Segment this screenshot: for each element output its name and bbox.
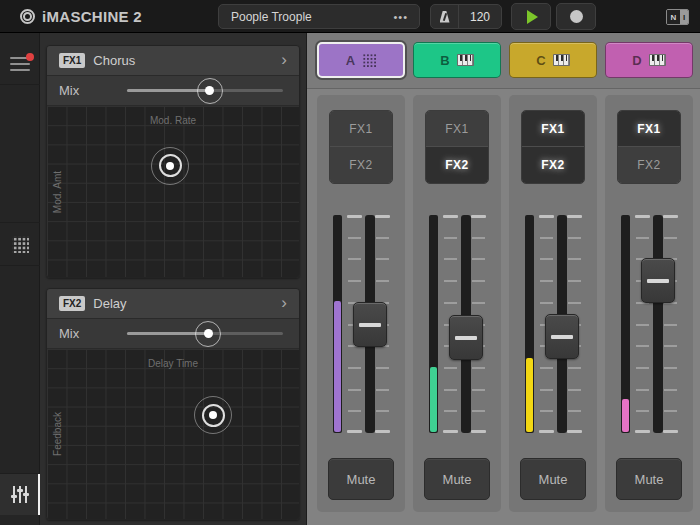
x-axis-label: Mod. Rate (47, 115, 299, 126)
fx2-mix-row: Mix (47, 319, 299, 349)
fx1-button-a[interactable]: FX1 (330, 111, 392, 147)
volume-fader-a[interactable] (353, 302, 387, 347)
group-button-d[interactable]: D (605, 42, 693, 78)
mixer-panel: ABCD FX1FX2MuteFX1FX2MuteFX1FX2MuteFX1FX… (306, 33, 700, 525)
native-instruments-logo: N I (666, 9, 689, 25)
meter-fill (430, 367, 437, 432)
keyboard-icon (553, 54, 570, 66)
slider-area (413, 215, 501, 433)
fx2-header[interactable]: FX2 Delay › (47, 289, 299, 319)
metronome-icon (440, 11, 450, 23)
mix-label: Mix (59, 83, 127, 98)
sidebar-pads-button[interactable] (0, 222, 40, 266)
fx2-section: FX2 Delay › Mix Delay Time Feedback (46, 288, 300, 520)
group-button-c[interactable]: C (509, 42, 597, 78)
record-button[interactable] (556, 3, 596, 30)
level-meter-a (333, 215, 342, 433)
channel-strip-b: FX1FX2Mute (413, 95, 501, 512)
fx1-mix-slider[interactable] (127, 89, 283, 92)
fx2-button-d[interactable]: FX2 (618, 147, 680, 183)
fader-track (653, 215, 663, 433)
hamburger-icon (10, 57, 30, 71)
fx1-mix-row: Mix (47, 76, 299, 106)
fx1-xy-pad[interactable]: Mod. Rate Mod. Amt (47, 106, 299, 277)
fx-column: FX1 Chorus › Mix Mod. Rate Mod. Amt FX2 … (40, 33, 306, 525)
slider-knob[interactable] (195, 321, 221, 347)
y-axis-label: Feedback (52, 412, 63, 456)
volume-fader-c[interactable] (545, 314, 579, 359)
app-title: iMASCHINE 2 (42, 8, 142, 25)
slider-knob[interactable] (197, 78, 223, 104)
fx1-section: FX1 Chorus › Mix Mod. Rate Mod. Amt (46, 45, 300, 278)
channel-strips: FX1FX2MuteFX1FX2MuteFX1FX2MuteFX1FX2Mute (317, 95, 693, 512)
slider-area (509, 215, 597, 433)
channel-strip-c: FX1FX2Mute (509, 95, 597, 512)
sidebar-mixer-button[interactable] (0, 473, 40, 515)
meter-fill (334, 301, 341, 432)
tick-marks (636, 215, 649, 433)
notification-badge (26, 53, 34, 61)
fx1-button-b[interactable]: FX1 (426, 111, 488, 147)
ni-logo-n: N (667, 10, 680, 24)
mute-button-b[interactable]: Mute (424, 458, 490, 500)
group-label: C (536, 53, 545, 68)
sidebar-menu-button[interactable] (0, 43, 40, 85)
meter-fill (526, 358, 533, 432)
tempo-box[interactable]: 120 (430, 4, 502, 29)
fx2-name: Delay (93, 296, 126, 311)
imaschine-app: iMASCHINE 2 Poople Troople ••• 120 N I (0, 0, 700, 525)
meter-fill (622, 399, 629, 432)
level-meter-b (429, 215, 438, 433)
fx1-button-d[interactable]: FX1 (618, 111, 680, 147)
fx2-button-c[interactable]: FX2 (522, 147, 584, 183)
play-icon (527, 10, 538, 24)
volume-fader-b[interactable] (449, 315, 483, 360)
xy-touch-point[interactable] (194, 396, 232, 434)
group-buttons-row: ABCD (317, 42, 693, 78)
project-name: Poople Troople (219, 10, 393, 24)
tick-marks (664, 215, 677, 433)
chevron-right-icon[interactable]: › (281, 51, 287, 68)
metronome-button[interactable] (431, 5, 459, 28)
fx2-badge: FX2 (59, 296, 85, 311)
fx1-name: Chorus (93, 53, 135, 68)
fx1-header[interactable]: FX1 Chorus › (47, 46, 299, 76)
project-name-field[interactable]: Poople Troople ••• (218, 4, 420, 29)
top-bar: iMASCHINE 2 Poople Troople ••• 120 N I (0, 0, 700, 33)
keyboard-icon (457, 54, 474, 66)
mute-button-a[interactable]: Mute (328, 458, 394, 500)
chevron-right-icon[interactable]: › (281, 294, 287, 311)
pad-grid-icon (362, 53, 376, 67)
fx-button-group: FX1FX2 (521, 110, 585, 184)
fx-button-group: FX1FX2 (617, 110, 681, 184)
y-axis-label: Mod. Amt (52, 170, 63, 212)
level-meter-c (525, 215, 534, 433)
fx2-mix-slider[interactable] (127, 332, 283, 335)
pad-grid-icon (12, 236, 29, 253)
mute-button-c[interactable]: Mute (520, 458, 586, 500)
more-options-icon[interactable]: ••• (393, 11, 419, 23)
fx2-xy-pad[interactable]: Delay Time Feedback (47, 349, 299, 519)
mute-button-d[interactable]: Mute (616, 458, 682, 500)
sidebar (0, 33, 40, 525)
fx2-button-b[interactable]: FX2 (426, 147, 488, 183)
xy-touch-point[interactable] (151, 147, 189, 185)
fx2-button-a[interactable]: FX2 (330, 147, 392, 183)
divider (307, 88, 700, 89)
record-icon (570, 10, 583, 23)
volume-fader-d[interactable] (641, 258, 675, 303)
fx-button-group: FX1FX2 (329, 110, 393, 184)
group-label: A (346, 53, 355, 68)
mix-label: Mix (59, 326, 127, 341)
channel-strip-d: FX1FX2Mute (605, 95, 693, 512)
group-label: D (632, 53, 641, 68)
fx1-badge: FX1 (59, 53, 85, 68)
fx1-button-c[interactable]: FX1 (522, 111, 584, 147)
channel-strip-a: FX1FX2Mute (317, 95, 405, 512)
x-axis-label: Delay Time (47, 358, 299, 369)
group-button-b[interactable]: B (413, 42, 501, 78)
play-button[interactable] (511, 3, 551, 30)
bpm-value[interactable]: 120 (459, 5, 501, 28)
group-button-a[interactable]: A (317, 42, 405, 78)
slider-area (317, 215, 405, 433)
